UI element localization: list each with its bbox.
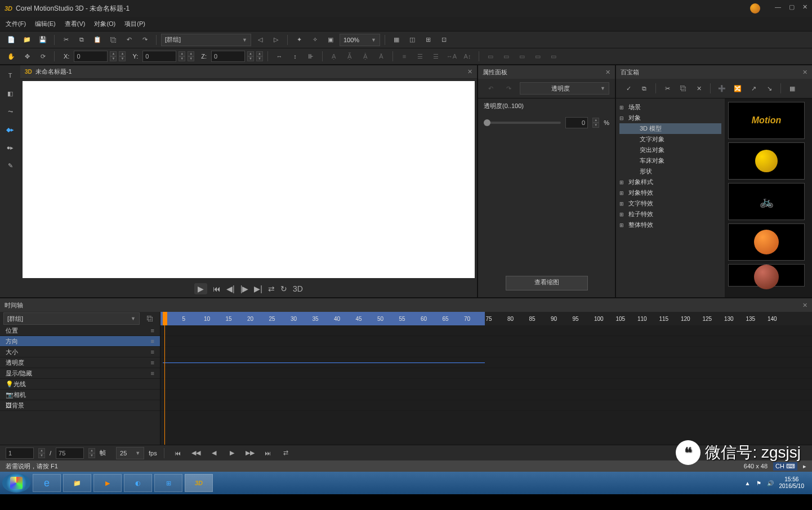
tree-obj-fx[interactable]: ⊞对象特效	[619, 187, 721, 198]
panel4-button[interactable]: ⊡	[437, 34, 450, 46]
next-frame-button[interactable]: ▶|	[254, 284, 262, 293]
zoom-dropdown[interactable]: 100% ▼	[340, 34, 380, 46]
flip-h-icon[interactable]: ↔	[273, 50, 286, 62]
prev-obj-button[interactable]: ◁	[253, 34, 267, 46]
tl-btn4[interactable]: ▶	[225, 447, 239, 459]
txt2-icon[interactable]: Ặ	[343, 50, 356, 62]
y-spinner[interactable]: ▲▼	[179, 51, 185, 61]
shape-tool[interactable]: ◧	[2, 87, 18, 100]
property-dropdown[interactable]: 透明度 ▼	[520, 82, 609, 95]
paste-button[interactable]: 📋	[91, 34, 104, 46]
cut2-icon[interactable]: ✂	[661, 82, 674, 95]
move-tool[interactable]: ✥	[20, 50, 34, 62]
check-icon[interactable]: ✓	[622, 82, 635, 95]
taskbar-app1[interactable]: ◐	[124, 474, 152, 492]
taskbar-motionstudio[interactable]: 3D	[185, 474, 213, 492]
tray-flag-icon[interactable]: ▲	[745, 480, 751, 486]
tray-datetime[interactable]: 15:56 2016/5/10	[779, 476, 805, 490]
panel3-button[interactable]: ⊞	[421, 34, 435, 46]
track-size[interactable]: 大小≡	[0, 347, 160, 357]
opacity-input[interactable]: 0	[565, 117, 588, 128]
track-light[interactable]: 💡 光线	[0, 379, 160, 390]
track-position[interactable]: 位置≡	[0, 325, 160, 336]
dup2-icon[interactable]: ⿻	[676, 82, 690, 95]
tree-global-fx[interactable]: ⊞整体特效	[619, 220, 721, 230]
tree-shape[interactable]: 形状	[619, 166, 721, 177]
export-icon[interactable]: ↗	[747, 82, 760, 95]
cut-button[interactable]: ✂	[59, 34, 73, 46]
start-button[interactable]	[2, 473, 30, 493]
maximize-button[interactable]: ▢	[789, 3, 795, 14]
thumbnail-3[interactable]: 🚲	[728, 183, 805, 220]
y-input[interactable]: 0	[142, 51, 176, 62]
txt1-icon[interactable]: Ạ	[327, 50, 341, 62]
grid-icon[interactable]: ▦	[786, 82, 799, 95]
status-arrow[interactable]: ▸	[803, 463, 806, 470]
copy2-icon[interactable]: ⧉	[637, 82, 651, 95]
play-button[interactable]: ▶	[194, 283, 207, 294]
flip-v-icon[interactable]: ↕	[288, 50, 302, 62]
sphere-tool[interactable]: ●▸	[2, 141, 18, 154]
refresh-button[interactable]: ↻	[280, 284, 287, 293]
tl-btn7[interactable]: ⇄	[279, 447, 293, 459]
redo-button[interactable]: ↷	[138, 34, 151, 46]
track-showhide[interactable]: 显示/隐藏≡	[0, 368, 160, 379]
tl-btn1[interactable]: ⏮	[171, 447, 185, 459]
copy-button[interactable]: ⧉	[75, 34, 88, 46]
tray-battery-icon[interactable]: ⚑	[756, 480, 761, 486]
track-bg[interactable]: 🖼 背景	[0, 400, 160, 411]
current-frame-input[interactable]: 1	[6, 448, 34, 459]
properties-close[interactable]: ✕	[605, 69, 610, 76]
track-opacity[interactable]: 透明度≡	[0, 357, 160, 368]
panel2-button[interactable]: ◫	[405, 34, 419, 46]
x-spinner[interactable]: ▲▼	[110, 51, 117, 61]
import-icon[interactable]: ↘	[762, 82, 776, 95]
frame-spinner[interactable]: ▲▼	[38, 448, 45, 458]
undo-button[interactable]: ↶	[122, 34, 136, 46]
track-direction[interactable]: 方向≡	[0, 336, 160, 347]
layer4-icon[interactable]: ▭	[531, 50, 545, 62]
thumbnail-5[interactable]	[728, 264, 805, 287]
group-dropdown[interactable]: [群组] ▼	[161, 34, 251, 46]
layer1-icon[interactable]: ▭	[484, 50, 497, 62]
track-camera[interactable]: 📷 相机	[0, 390, 160, 400]
close-button[interactable]: ✕	[802, 3, 807, 14]
timeline-tracks-area[interactable]: 1510152025303540455055606570758085909510…	[160, 312, 812, 445]
x-spinner2[interactable]: ▲▼	[119, 51, 126, 61]
tree-text-object[interactable]: 文字对象	[619, 134, 721, 145]
del-icon[interactable]: ✕	[692, 82, 706, 95]
tl-btn2[interactable]: ◀◀	[189, 447, 203, 459]
fps-dropdown[interactable]: 25▼	[116, 447, 144, 459]
duplicate-button[interactable]: ⿻	[106, 34, 120, 46]
txt3-icon[interactable]: Ậ	[359, 50, 372, 62]
play2-button[interactable]: |▶	[240, 284, 249, 293]
taskbar-explorer[interactable]: 📁	[63, 474, 91, 492]
total-frames-input[interactable]: 75	[56, 448, 84, 459]
menu-file[interactable]: 文件(F)	[6, 20, 26, 28]
diamond-tool[interactable]: ◆▸	[2, 123, 18, 136]
tray-volume-icon[interactable]: 🔊	[767, 480, 774, 486]
align-icon[interactable]: ⊪	[304, 50, 318, 62]
align-r-icon[interactable]: ☰	[429, 50, 443, 62]
rotate-tool[interactable]: ⟳	[36, 50, 50, 62]
opacity-slider[interactable]	[484, 122, 561, 124]
align-c-icon[interactable]: ☰	[413, 50, 427, 62]
minimize-button[interactable]: —	[775, 3, 781, 14]
playhead[interactable]	[163, 312, 167, 325]
hand-tool[interactable]: ✋	[5, 50, 18, 62]
layer2-icon[interactable]: ▭	[499, 50, 513, 62]
tl-btn3[interactable]: ◀	[207, 447, 221, 459]
loop-button[interactable]: ⇄	[268, 284, 275, 293]
total-spinner[interactable]: ▲▼	[88, 448, 95, 458]
menu-project[interactable]: 项目(P)	[124, 20, 145, 28]
treasure-close[interactable]: ✕	[802, 69, 807, 76]
tree-text-fx[interactable]: ⊞文字特效	[619, 198, 721, 209]
add-icon[interactable]: ➕	[715, 82, 729, 95]
new-button[interactable]: 📄	[5, 34, 18, 46]
thumbnail-2[interactable]	[728, 142, 805, 180]
menu-view[interactable]: 查看(V)	[65, 20, 86, 28]
text-tool[interactable]: T	[2, 69, 18, 82]
taskbar-media[interactable]: ▶	[93, 474, 122, 492]
tree-scene[interactable]: ⊞场景	[619, 102, 721, 113]
prev-frame-button[interactable]: ◀|	[226, 284, 235, 293]
